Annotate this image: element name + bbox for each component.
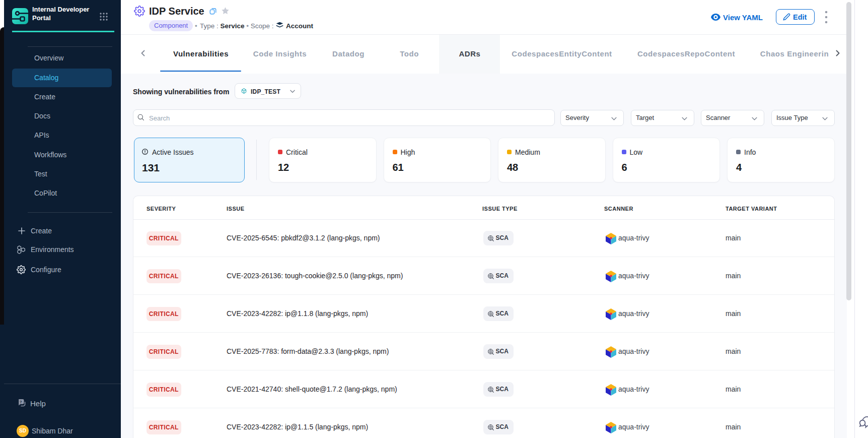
svg-text:?: ? (20, 400, 22, 404)
